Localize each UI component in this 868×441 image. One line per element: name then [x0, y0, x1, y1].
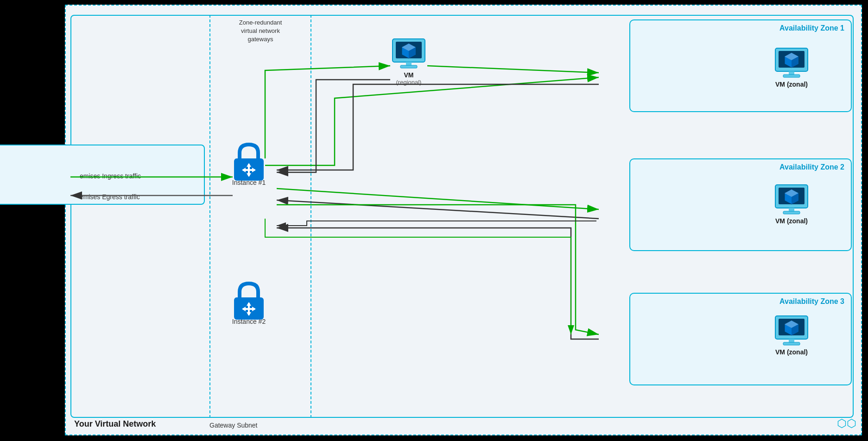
svg-rect-20	[400, 65, 417, 68]
az1-title: Availability Zone 1	[779, 24, 844, 32]
az-panel-3: Availability Zone 3	[629, 293, 852, 385]
svg-rect-41	[783, 342, 800, 345]
gateway-zone-box	[209, 15, 311, 418]
instance1-label: Instance #1	[232, 179, 266, 186]
gateway-subnet-label: Gateway Subnet	[209, 422, 258, 429]
az-panel-1: Availability Zone 1	[629, 19, 852, 112]
ingress-traffic-label: emises Ingress traffic	[80, 172, 141, 180]
vm-zonal3-icon: VM (zonal)	[773, 315, 810, 356]
vm-zonal2-icon: VM (zonal)	[773, 184, 810, 225]
vnet-label: Your Virtual Network	[74, 419, 156, 429]
vm-regional-sublabel: (regional)	[396, 79, 422, 86]
az2-title: Availability Zone 2	[779, 163, 844, 171]
vm-zonal2-label: VM (zonal)	[775, 217, 808, 225]
diagram-area: Your Virtual Network Zone-redundantvirtu…	[65, 5, 862, 435]
vm-zonal1-label: VM (zonal)	[775, 81, 808, 88]
az3-title: Availability Zone 3	[779, 297, 844, 306]
vm-regional-label: VM	[404, 71, 414, 79]
dots-icon: ⬡⬡	[837, 417, 856, 430]
vm-zonal1-icon: VM (zonal)	[773, 47, 810, 88]
vm-zonal3-label: VM (zonal)	[775, 348, 808, 356]
svg-rect-27	[783, 75, 800, 77]
az-panel-2: Availability Zone 2	[629, 158, 852, 251]
instance1-icon: Instance #1	[230, 140, 267, 186]
egress-traffic-label: emises Egress traffic	[80, 193, 140, 201]
instance2-label: Instance #2	[232, 318, 266, 325]
instance2-icon: Instance #2	[230, 279, 267, 325]
gateway-zone-label: Zone-redundantvirtual networkgateways	[219, 19, 302, 44]
svg-rect-34	[783, 211, 800, 214]
vm-regional-icon: VM (regional)	[390, 38, 427, 86]
